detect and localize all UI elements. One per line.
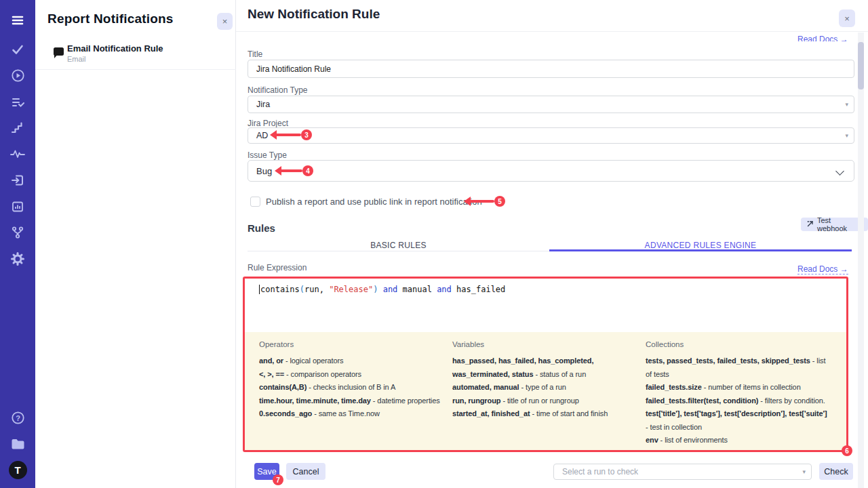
caret-down-icon: ▾ [845, 132, 848, 139]
steps-icon[interactable] [0, 118, 35, 138]
annotation-badge-3: 3 [301, 129, 312, 140]
help-item: failed_tests.size - number of items in c… [646, 381, 830, 394]
help-item: <, >, == - comparison operators [259, 368, 443, 382]
help-item: run, rungroup - title of run or rungroup [452, 394, 650, 408]
help-column-collections: Collectionstests, passed_tests, failed_t… [646, 340, 830, 447]
help-column-header: Collections [646, 340, 830, 348]
read-docs-link[interactable]: Read Docs → [797, 262, 848, 274]
list-item-title: Email Notification Rule [67, 43, 163, 54]
annotation-badge-6: 6 [842, 445, 852, 456]
publish-report-checkbox[interactable] [250, 197, 260, 207]
help-item: automated, manual - type of a run [452, 381, 650, 394]
panel-title: Report Notifications [47, 12, 174, 26]
help-item: test['title'], test['tags'], test['descr… [646, 407, 830, 434]
help-column-operators: Operatorsand, or - logical operators<, >… [259, 340, 443, 421]
help-item: and, or - logical operators [259, 354, 443, 368]
report-notifications-panel: Report Notifications × Email Notificatio… [35, 0, 236, 488]
webhook-icon [807, 220, 814, 228]
scrollbar-thumb[interactable] [858, 42, 864, 89]
code-segment: run, [304, 285, 329, 294]
scrollbar-track[interactable] [858, 33, 864, 488]
code-segment: manual [397, 285, 437, 294]
notification-type-select[interactable]: Jira ▾ [248, 96, 854, 113]
help-item: time.hour, time.minute, time.day - datet… [259, 394, 443, 408]
app-root: ? T Report Notifications × Email Notific… [0, 0, 868, 488]
play-circle-icon[interactable] [0, 65, 35, 85]
help-item: failed_tests.filter(test, condition) - f… [646, 394, 830, 408]
chevron-down-icon [835, 167, 844, 176]
code-line[interactable]: contains(run, "Release") and manual and … [259, 285, 505, 294]
help-item: has_passed, has_failed, has_completed, w… [452, 354, 650, 381]
help-item: contains(A,B) - checks inclusion of B in… [259, 381, 443, 394]
run-select-placeholder: Select a run to check [562, 467, 638, 476]
annotation-arrow-3 [277, 134, 301, 136]
help-item: 0.seconds_ago - same as Time.now [259, 407, 443, 421]
code-segment: has_failed [452, 285, 505, 294]
jira-project-select[interactable]: AD ▾ [248, 127, 854, 144]
gear-icon[interactable] [0, 249, 35, 269]
help-icon[interactable]: ? [0, 407, 35, 428]
modal-close-button[interactable]: × [839, 9, 855, 27]
notification-type-value: Jira [256, 100, 270, 109]
publish-report-label: Publish a report and use public link in … [266, 197, 482, 207]
annotation-arrow-4 [281, 169, 302, 172]
help-column-variables: Variableshas_passed, has_failed, has_com… [452, 340, 650, 421]
annotation-arrow-5 [471, 200, 494, 203]
issue-type-label: Issue Type [248, 150, 287, 160]
jira-project-value: AD [256, 131, 268, 140]
logo-t[interactable]: T [0, 460, 35, 480]
page-title: New Notification Rule [248, 7, 380, 22]
run-select[interactable]: Select a run to check ▾ [553, 464, 812, 480]
branch-icon[interactable] [0, 222, 35, 243]
svg-text:?: ? [16, 413, 20, 422]
caret-down-icon: ▾ [802, 468, 806, 475]
folder-icon[interactable] [0, 434, 35, 454]
annotation-badge-5: 5 [494, 196, 505, 207]
rule-expression-label: Rule Expression [248, 263, 307, 272]
list-item-subtitle: Email [67, 55, 86, 63]
list-check-icon[interactable] [0, 92, 35, 113]
help-item: started_at, finished_at - time of start … [452, 407, 650, 421]
chat-bubble-icon [52, 47, 66, 63]
rules-heading: Rules [248, 222, 275, 234]
code-segment: and [383, 285, 398, 294]
annotation-badge-7: 7 [273, 474, 283, 485]
sidebar: ? T [0, 0, 35, 488]
help-item: tests, passed_tests, failed_tests, skipp… [646, 354, 830, 381]
code-segment [378, 285, 382, 294]
code-segment: contains [260, 285, 300, 294]
header-divider [236, 31, 868, 32]
title-input[interactable] [248, 60, 854, 78]
help-item: env - list of environments [646, 434, 830, 447]
menu-icon[interactable] [0, 10, 35, 30]
expression-help-panel: Operatorsand, or - logical operators<, >… [245, 332, 846, 451]
test-webhook-label: Test webhook [817, 216, 862, 232]
read-docs-link-clipped[interactable]: Read Docs → [797, 33, 849, 41]
check-button[interactable]: Check [819, 463, 853, 480]
pulse-icon[interactable] [0, 144, 35, 164]
help-column-header: Operators [259, 340, 443, 348]
code-segment: and [437, 285, 452, 294]
notification-list-item[interactable]: Email Notification Rule Email [35, 39, 236, 70]
sign-in-icon[interactable] [0, 170, 35, 190]
code-segment: ( [300, 285, 304, 294]
check-icon[interactable] [0, 39, 35, 60]
code-segment: "Release" [329, 285, 373, 294]
cancel-button[interactable]: Cancel [286, 463, 326, 480]
issue-type-value: Bug [256, 166, 272, 176]
bar-chart-icon[interactable] [0, 197, 35, 217]
annotation-badge-4: 4 [302, 165, 313, 176]
caret-down-icon: ▾ [845, 101, 848, 108]
close-icon: × [844, 14, 850, 24]
close-icon: × [222, 16, 228, 26]
tab-basic-rules[interactable]: BASIC RULES [248, 239, 549, 251]
issue-type-select[interactable]: Bug [248, 160, 854, 182]
tab-active-underline [549, 249, 852, 251]
notification-type-label: Notification Type [248, 85, 308, 95]
jira-project-label: Jira Project [248, 119, 288, 128]
help-column-header: Variables [452, 340, 650, 348]
text-cursor [259, 285, 260, 294]
title-label: Title [248, 49, 262, 59]
panel-close-button[interactable]: × [217, 13, 233, 30]
